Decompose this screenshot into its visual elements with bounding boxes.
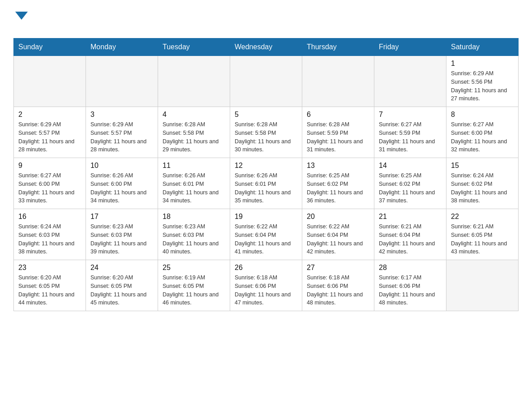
day-info: Sunrise: 6:25 AM Sunset: 6:02 PM Dayligh…	[379, 171, 442, 205]
col-header-friday: Friday	[374, 39, 446, 56]
day-number: 5	[235, 111, 297, 119]
page-header	[13, 9, 519, 34]
day-info: Sunrise: 6:26 AM Sunset: 6:01 PM Dayligh…	[163, 171, 225, 205]
calendar-cell: 8Sunrise: 6:27 AM Sunset: 6:00 PM Daylig…	[446, 107, 519, 158]
day-number: 7	[379, 111, 442, 119]
calendar-cell: 13Sunrise: 6:25 AM Sunset: 6:02 PM Dayli…	[302, 158, 374, 209]
day-info: Sunrise: 6:21 AM Sunset: 6:05 PM Dayligh…	[451, 223, 514, 256]
day-number: 17	[90, 213, 153, 221]
col-header-wednesday: Wednesday	[230, 39, 302, 56]
day-info: Sunrise: 6:23 AM Sunset: 6:03 PM Dayligh…	[90, 223, 153, 256]
day-number: 14	[379, 162, 442, 170]
day-info: Sunrise: 6:21 AM Sunset: 6:04 PM Dayligh…	[379, 223, 442, 256]
calendar-cell: 15Sunrise: 6:24 AM Sunset: 6:02 PM Dayli…	[446, 158, 519, 209]
day-number: 9	[18, 162, 81, 170]
calendar-cell: 16Sunrise: 6:24 AM Sunset: 6:03 PM Dayli…	[14, 209, 86, 260]
day-info: Sunrise: 6:26 AM Sunset: 6:01 PM Dayligh…	[235, 171, 297, 205]
day-number: 25	[163, 264, 225, 272]
calendar-table: SundayMondayTuesdayWednesdayThursdayFrid…	[13, 38, 519, 311]
day-info: Sunrise: 6:28 AM Sunset: 5:58 PM Dayligh…	[235, 120, 297, 154]
calendar-cell: 27Sunrise: 6:18 AM Sunset: 6:06 PM Dayli…	[302, 260, 374, 311]
day-number: 11	[163, 162, 225, 170]
calendar-cell	[446, 260, 519, 311]
calendar-cell: 25Sunrise: 6:19 AM Sunset: 6:05 PM Dayli…	[158, 260, 230, 311]
calendar-cell	[230, 56, 302, 107]
calendar-cell: 20Sunrise: 6:22 AM Sunset: 6:04 PM Dayli…	[302, 209, 374, 260]
calendar-cell: 3Sunrise: 6:29 AM Sunset: 5:57 PM Daylig…	[86, 107, 158, 158]
calendar-cell	[158, 56, 230, 107]
calendar-cell	[374, 56, 446, 107]
calendar-week-row: 9Sunrise: 6:27 AM Sunset: 6:00 PM Daylig…	[14, 158, 519, 209]
day-info: Sunrise: 6:29 AM Sunset: 5:57 PM Dayligh…	[90, 120, 153, 154]
day-number: 13	[307, 162, 369, 170]
day-number: 21	[379, 213, 442, 221]
day-number: 3	[90, 111, 153, 119]
logo	[13, 9, 28, 34]
calendar-cell: 17Sunrise: 6:23 AM Sunset: 6:03 PM Dayli…	[86, 209, 158, 260]
calendar-cell: 21Sunrise: 6:21 AM Sunset: 6:04 PM Dayli…	[374, 209, 446, 260]
calendar-cell: 1Sunrise: 6:29 AM Sunset: 5:56 PM Daylig…	[446, 56, 519, 107]
calendar-cell: 28Sunrise: 6:17 AM Sunset: 6:06 PM Dayli…	[374, 260, 446, 311]
col-header-tuesday: Tuesday	[158, 39, 230, 56]
day-number: 4	[163, 111, 225, 119]
day-info: Sunrise: 6:20 AM Sunset: 6:05 PM Dayligh…	[18, 274, 81, 307]
col-header-thursday: Thursday	[302, 39, 374, 56]
day-info: Sunrise: 6:24 AM Sunset: 6:02 PM Dayligh…	[451, 171, 514, 205]
day-number: 23	[18, 264, 81, 272]
day-number: 15	[451, 162, 514, 170]
day-info: Sunrise: 6:28 AM Sunset: 5:58 PM Dayligh…	[163, 120, 225, 154]
calendar-cell: 5Sunrise: 6:28 AM Sunset: 5:58 PM Daylig…	[230, 107, 302, 158]
day-info: Sunrise: 6:22 AM Sunset: 6:04 PM Dayligh…	[307, 223, 369, 256]
day-info: Sunrise: 6:18 AM Sunset: 6:06 PM Dayligh…	[307, 274, 369, 307]
day-info: Sunrise: 6:27 AM Sunset: 6:00 PM Dayligh…	[18, 171, 81, 205]
calendar-week-row: 2Sunrise: 6:29 AM Sunset: 5:57 PM Daylig…	[14, 107, 519, 158]
logo-top	[13, 9, 28, 20]
day-info: Sunrise: 6:29 AM Sunset: 5:57 PM Dayligh…	[18, 120, 81, 154]
day-number: 2	[18, 111, 81, 119]
calendar-cell: 2Sunrise: 6:29 AM Sunset: 5:57 PM Daylig…	[14, 107, 86, 158]
day-info: Sunrise: 6:24 AM Sunset: 6:03 PM Dayligh…	[18, 223, 81, 256]
calendar-cell: 6Sunrise: 6:28 AM Sunset: 5:59 PM Daylig…	[302, 107, 374, 158]
calendar-cell: 4Sunrise: 6:28 AM Sunset: 5:58 PM Daylig…	[158, 107, 230, 158]
day-info: Sunrise: 6:25 AM Sunset: 6:02 PM Dayligh…	[307, 171, 369, 205]
calendar-cell	[86, 56, 158, 107]
day-info: Sunrise: 6:20 AM Sunset: 6:05 PM Dayligh…	[90, 274, 153, 307]
day-number: 20	[307, 213, 369, 221]
day-number: 1	[451, 60, 514, 68]
calendar-cell: 12Sunrise: 6:26 AM Sunset: 6:01 PM Dayli…	[230, 158, 302, 209]
day-number: 27	[307, 264, 369, 272]
calendar-cell: 26Sunrise: 6:18 AM Sunset: 6:06 PM Dayli…	[230, 260, 302, 311]
calendar-week-row: 23Sunrise: 6:20 AM Sunset: 6:05 PM Dayli…	[14, 260, 519, 311]
calendar-cell: 18Sunrise: 6:23 AM Sunset: 6:03 PM Dayli…	[158, 209, 230, 260]
day-number: 12	[235, 162, 297, 170]
day-info: Sunrise: 6:29 AM Sunset: 5:56 PM Dayligh…	[451, 69, 514, 103]
calendar-cell: 11Sunrise: 6:26 AM Sunset: 6:01 PM Dayli…	[158, 158, 230, 209]
day-number: 10	[90, 162, 153, 170]
day-number: 22	[451, 213, 514, 221]
day-number: 19	[235, 213, 297, 221]
calendar-cell: 23Sunrise: 6:20 AM Sunset: 6:05 PM Dayli…	[14, 260, 86, 311]
calendar-cell	[302, 56, 374, 107]
calendar-header-row: SundayMondayTuesdayWednesdayThursdayFrid…	[14, 39, 519, 56]
day-info: Sunrise: 6:27 AM Sunset: 5:59 PM Dayligh…	[379, 120, 442, 154]
calendar-cell: 19Sunrise: 6:22 AM Sunset: 6:04 PM Dayli…	[230, 209, 302, 260]
logo-arrow-icon	[15, 12, 28, 20]
col-header-monday: Monday	[86, 39, 158, 56]
col-header-sunday: Sunday	[14, 39, 86, 56]
calendar-cell: 22Sunrise: 6:21 AM Sunset: 6:05 PM Dayli…	[446, 209, 519, 260]
day-info: Sunrise: 6:27 AM Sunset: 6:00 PM Dayligh…	[451, 120, 514, 154]
calendar-cell: 7Sunrise: 6:27 AM Sunset: 5:59 PM Daylig…	[374, 107, 446, 158]
calendar-cell	[14, 56, 86, 107]
calendar-week-row: 16Sunrise: 6:24 AM Sunset: 6:03 PM Dayli…	[14, 209, 519, 260]
calendar-cell: 24Sunrise: 6:20 AM Sunset: 6:05 PM Dayli…	[86, 260, 158, 311]
day-info: Sunrise: 6:18 AM Sunset: 6:06 PM Dayligh…	[235, 274, 297, 307]
col-header-saturday: Saturday	[446, 39, 519, 56]
day-number: 26	[235, 264, 297, 272]
day-number: 24	[90, 264, 153, 272]
day-number: 16	[18, 213, 81, 221]
day-number: 6	[307, 111, 369, 119]
day-info: Sunrise: 6:19 AM Sunset: 6:05 PM Dayligh…	[163, 274, 225, 307]
day-info: Sunrise: 6:28 AM Sunset: 5:59 PM Dayligh…	[307, 120, 369, 154]
day-info: Sunrise: 6:23 AM Sunset: 6:03 PM Dayligh…	[163, 223, 225, 256]
day-info: Sunrise: 6:22 AM Sunset: 6:04 PM Dayligh…	[235, 223, 297, 256]
